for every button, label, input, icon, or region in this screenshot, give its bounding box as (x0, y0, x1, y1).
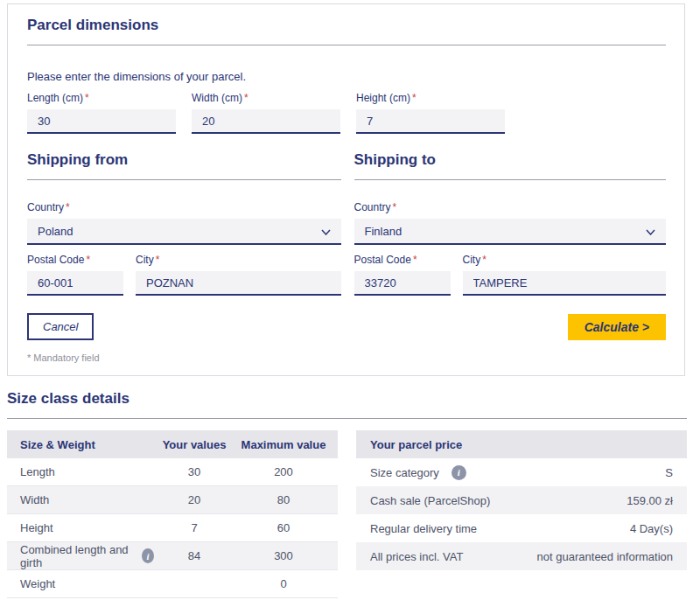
from-city-input[interactable] (136, 271, 341, 296)
size-weight-table-body: Length 30 200 Width 20 80 Height 7 60 Co… (7, 458, 338, 598)
from-postal-input[interactable] (27, 271, 123, 296)
row-value: 4 Day(s) (630, 522, 673, 535)
form-actions: Cancel Calculate > (27, 313, 666, 340)
shipping-to-title: Shipping to (354, 151, 667, 169)
row-label-text: All prices incl. VAT (370, 550, 463, 563)
required-asterisk: * (156, 254, 160, 266)
table-row-vat-note: All prices incl. VAT not guaranteed info… (356, 542, 687, 570)
row-max-value: 200 (234, 465, 332, 478)
height-field-group: Height (cm)* (356, 92, 505, 134)
width-input[interactable] (192, 109, 340, 134)
row-label: Size categoryi (370, 465, 466, 480)
to-country-label: Country* (354, 201, 667, 213)
parcel-dimensions-card: Parcel dimensions Please enter the dimen… (7, 3, 685, 376)
shipping-from-title: Shipping from (27, 151, 341, 169)
from-postal-city-row: Postal Code* City* (27, 254, 341, 296)
row-max-value: 300 (234, 549, 332, 562)
required-asterisk: * (413, 254, 417, 266)
row-max-value: 60 (234, 521, 332, 534)
dimensions-row: Length (cm)* Width (cm)* Height (cm)* (27, 92, 666, 134)
row-label: Length (20, 465, 154, 478)
row-your-value: 7 (154, 521, 234, 534)
required-asterisk: * (482, 254, 486, 266)
row-value: 159.00 zł (626, 494, 673, 507)
col-header-maximum-value: Maximum value (234, 438, 332, 451)
title-divider (27, 45, 666, 45)
table-row-height: Height 7 60 (7, 514, 338, 542)
size-class-details-section: Size class details Size & Weight Your va… (7, 390, 687, 598)
to-postal-group: Postal Code* (354, 254, 451, 296)
table-row-cash-sale: Cash sale (ParcelShop) 159.00 zł (356, 486, 687, 514)
table-row-size-category: Size categoryi S (356, 458, 687, 486)
to-country-select-wrap: Finland (354, 219, 667, 245)
to-city-label-text: City (463, 254, 481, 266)
card-title: Parcel dimensions (27, 17, 666, 34)
row-label-text: Height (20, 521, 53, 534)
to-country-select[interactable]: Finland (354, 219, 667, 245)
to-city-input[interactable] (463, 271, 667, 296)
row-label-text: Width (20, 493, 49, 506)
row-your-value: 84 (154, 549, 234, 562)
row-label-text: Cash sale (ParcelShop) (370, 494, 490, 507)
row-label: Width (20, 493, 154, 506)
required-asterisk: * (66, 201, 70, 213)
to-city-group: City* (463, 254, 667, 296)
required-asterisk: * (244, 92, 248, 104)
from-postal-label: Postal Code* (27, 254, 123, 266)
shipping-from-section: Shipping from Country* Poland Postal Cod… (27, 151, 341, 296)
to-postal-label-text: Postal Code (354, 254, 411, 266)
row-value: not guaranteed information (537, 550, 673, 563)
size-weight-table-header: Size & Weight Your values Maximum value (7, 430, 338, 458)
from-country-select[interactable]: Poland (27, 219, 341, 245)
size-class-divider (7, 418, 687, 419)
from-postal-label-text: Postal Code (27, 254, 84, 266)
info-icon[interactable]: i (452, 465, 466, 480)
from-city-group: City* (136, 254, 341, 296)
height-label-text: Height (cm) (356, 92, 410, 104)
from-country-label-text: Country (27, 201, 64, 213)
shipping-to-section: Shipping to Country* Finland Postal Code… (354, 151, 667, 296)
to-country-label-text: Country (354, 201, 391, 213)
required-asterisk: * (412, 92, 416, 104)
width-label: Width (cm)* (192, 92, 340, 104)
row-label: Weight (20, 577, 154, 590)
from-city-label: City* (136, 254, 341, 266)
mandatory-field-note: * Mandatory field (27, 352, 666, 363)
row-label: Cash sale (ParcelShop) (370, 494, 490, 507)
row-label: Height (20, 521, 154, 534)
row-label-text: Regular delivery time (370, 522, 477, 535)
size-weight-table: Size & Weight Your values Maximum value … (7, 430, 338, 598)
row-label-text: Weight (20, 577, 55, 590)
from-country-group: Country* Poland (27, 201, 341, 245)
cancel-button[interactable]: Cancel (27, 313, 94, 340)
width-label-text: Width (cm) (192, 92, 242, 104)
height-input[interactable] (356, 109, 505, 134)
height-label: Height (cm)* (356, 92, 505, 104)
table-row-weight: Weight 0 (7, 570, 338, 598)
shipping-to-divider (354, 179, 667, 180)
row-label-text: Combined length and girth (20, 543, 130, 569)
length-field-group: Length (cm)* (27, 92, 176, 134)
row-your-value: 30 (154, 465, 234, 478)
required-asterisk: * (85, 92, 89, 104)
from-country-select-wrap: Poland (27, 219, 341, 245)
required-asterisk: * (393, 201, 397, 213)
to-country-group: Country* Finland (354, 201, 667, 245)
calculate-button[interactable]: Calculate > (568, 314, 666, 340)
row-max-value: 80 (234, 493, 332, 506)
row-max-value: 0 (234, 577, 332, 590)
to-city-label: City* (463, 254, 667, 266)
to-postal-input[interactable] (354, 271, 451, 296)
row-label-text: Length (20, 465, 55, 478)
info-icon[interactable]: i (142, 548, 154, 563)
from-city-label-text: City (136, 254, 154, 266)
col-header-your-values: Your values (154, 438, 234, 451)
length-input[interactable] (27, 109, 176, 134)
col-header-size-weight: Size & Weight (20, 438, 154, 451)
size-class-title: Size class details (7, 390, 687, 408)
parcel-price-table-header: Your parcel price (356, 430, 687, 458)
size-class-tables: Size & Weight Your values Maximum value … (7, 430, 687, 598)
row-value: S (665, 466, 673, 479)
row-your-value: 20 (154, 493, 234, 506)
shipping-columns: Shipping from Country* Poland Postal Cod… (27, 151, 666, 296)
